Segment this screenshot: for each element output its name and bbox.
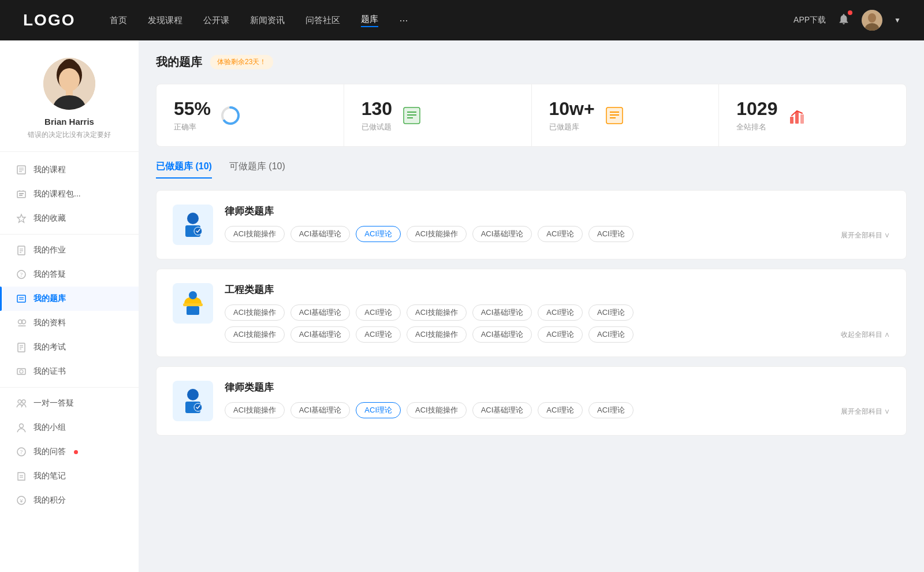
eng-tag-r2-4[interactable]: ACI基础理论 <box>472 326 532 343</box>
eng-tag-r2-5[interactable]: ACI理论 <box>538 326 583 343</box>
eng-tag-1[interactable]: ACI基础理论 <box>290 304 351 321</box>
l2-tag-0[interactable]: ACI技能操作 <box>225 402 285 418</box>
sidebar-item-myqa[interactable]: ? 我的问答 <box>0 440 139 464</box>
nav-questionbank[interactable]: 题库 <box>361 14 378 27</box>
user-dropdown-btn[interactable]: ▼ <box>894 16 901 24</box>
sidebar-divider-1 <box>0 234 139 235</box>
qbank-card-lawyer-2: 律师类题库 ACI技能操作 ACI基础理论 ACI理论 ACI技能操作 ACI基… <box>156 366 907 436</box>
svg-point-38 <box>18 400 21 403</box>
nav-more[interactable]: ··· <box>399 14 408 27</box>
svg-point-40 <box>20 424 24 428</box>
eng-tag-r2-1[interactable]: ACI基础理论 <box>290 326 351 343</box>
qbank-name-engineer: 工程类题库 <box>225 283 890 296</box>
stat-questions-number: 130 <box>362 98 392 120</box>
l2-tag-3[interactable]: ACI技能操作 <box>407 402 467 418</box>
qbank-name-lawyer-1: 律师类题库 <box>225 205 890 218</box>
collapse-btn-engineer[interactable]: 收起全部科目 ∧ <box>841 330 890 340</box>
sidebar-label-courses: 我的课程 <box>33 165 66 175</box>
stat-accuracy: 55% 正确率 <box>157 84 344 146</box>
expand-btn-lawyer-1[interactable]: 展开全部科目 ∨ <box>841 228 890 240</box>
sidebar-item-questionbank[interactable]: 我的题库 <box>0 287 139 311</box>
eng-tag-3[interactable]: ACI技能操作 <box>407 304 467 321</box>
tag-2-active[interactable]: ACI理论 <box>356 226 401 242</box>
tag-4[interactable]: ACI基础理论 <box>472 226 532 242</box>
sidebar-item-courses[interactable]: 我的课程 <box>0 158 139 182</box>
tag-5[interactable]: ACI理论 <box>538 226 583 242</box>
l2-tag-1[interactable]: ACI基础理论 <box>290 402 351 418</box>
svg-text:?: ? <box>20 272 23 278</box>
eng-tag-2[interactable]: ACI理论 <box>356 304 401 321</box>
header: LOGO 首页 发现课程 公开课 新闻资讯 问答社区 题库 ··· APP下载 … <box>0 0 924 40</box>
svg-text:¥: ¥ <box>19 498 23 504</box>
logo: LOGO <box>23 11 75 29</box>
tag-6[interactable]: ACI理论 <box>588 226 634 242</box>
stat-banks: 10w+ 已做题库 <box>532 84 720 146</box>
eng-tag-4[interactable]: ACI基础理论 <box>472 304 532 321</box>
svg-point-70 <box>187 389 199 400</box>
lawyer-icon-1 <box>173 205 213 245</box>
svg-point-49 <box>226 111 235 120</box>
l2-tag-4[interactable]: ACI基础理论 <box>472 402 532 418</box>
eng-tag-r2-3[interactable]: ACI技能操作 <box>407 326 467 343</box>
stat-rank-label: 全站排名 <box>736 122 777 132</box>
nav-opencourse[interactable]: 公开课 <box>203 15 229 26</box>
sidebar-item-notes[interactable]: 我的笔记 <box>0 464 139 488</box>
tag-3[interactable]: ACI技能操作 <box>407 226 467 242</box>
tags-row-engineer-2: ACI技能操作 ACI基础理论 ACI理论 ACI技能操作 ACI基础理论 AC… <box>225 326 890 343</box>
tag-1[interactable]: ACI基础理论 <box>290 226 351 242</box>
rank-icon <box>787 105 807 126</box>
app-download-btn[interactable]: APP下载 <box>793 15 826 25</box>
nav-qa[interactable]: 问答社区 <box>305 15 340 26</box>
svg-point-63 <box>187 213 199 224</box>
eng-tag-5[interactable]: ACI理论 <box>538 304 583 321</box>
page-title-row: 我的题库 体验剩余23天！ <box>156 54 907 70</box>
sidebar-item-groups[interactable]: 我的小组 <box>0 415 139 440</box>
l2-tag-6[interactable]: ACI理论 <box>588 402 634 418</box>
sidebar-label-homework: 我的作业 <box>33 245 66 255</box>
sidebar-item-homework[interactable]: 我的作业 <box>0 238 139 262</box>
user-avatar[interactable] <box>862 10 882 31</box>
svg-point-37 <box>20 370 23 373</box>
qbank-card-lawyer-1: 律师类题库 ACI技能操作 ACI基础理论 ACI理论 ACI技能操作 ACI基… <box>156 190 907 259</box>
sidebar-item-qa[interactable]: ? 我的答疑 <box>0 262 139 287</box>
sidebar-label-groups: 我的小组 <box>33 422 66 433</box>
tab-done[interactable]: 已做题库 (10) <box>156 161 212 179</box>
main-layout: Brian Harris 错误的决定比没有决定要好 我的课程 我的课程包... … <box>0 40 924 572</box>
notification-bell[interactable] <box>837 13 850 28</box>
eng-tag-r2-2[interactable]: ACI理论 <box>356 326 401 343</box>
qbank-card-engineer-content: 工程类题库 ACI技能操作 ACI基础理论 ACI理论 ACI技能操作 ACI基… <box>225 283 890 343</box>
profile-motto: 错误的决定比没有决定要好 <box>12 130 127 140</box>
sidebar-item-materials[interactable]: 我的资料 <box>0 311 139 335</box>
page-title: 我的题库 <box>156 54 202 70</box>
nav-home[interactable]: 首页 <box>110 15 127 26</box>
l2-tag-5[interactable]: ACI理论 <box>538 402 583 418</box>
stat-questions: 130 已做试题 <box>344 84 532 146</box>
eng-tag-r2-6[interactable]: ACI理论 <box>588 326 634 343</box>
qbank-card-lawyer-2-content: 律师类题库 ACI技能操作 ACI基础理论 ACI理论 ACI技能操作 ACI基… <box>225 381 890 418</box>
sidebar-label-qa: 我的答疑 <box>33 269 66 280</box>
eng-tag-0[interactable]: ACI技能操作 <box>225 304 285 321</box>
tab-available[interactable]: 可做题库 (10) <box>229 161 285 179</box>
svg-rect-14 <box>19 195 23 196</box>
eng-tag-6[interactable]: ACI理论 <box>588 304 634 321</box>
svg-point-68 <box>189 291 197 299</box>
l2-tag-2-active[interactable]: ACI理论 <box>356 402 401 418</box>
sidebar-item-points[interactable]: ¥ 我的积分 <box>0 488 139 512</box>
sidebar-item-packages[interactable]: 我的课程包... <box>0 182 139 206</box>
svg-rect-11 <box>17 191 25 198</box>
tag-0[interactable]: ACI技能操作 <box>225 226 285 242</box>
sidebar-item-exams[interactable]: 我的考试 <box>0 335 139 359</box>
svg-rect-67 <box>183 303 203 306</box>
tabs: 已做题库 (10) 可做题库 (10) <box>156 161 907 179</box>
nav-discover[interactable]: 发现课程 <box>148 15 182 26</box>
sidebar-label-points: 我的积分 <box>33 495 66 506</box>
sidebar-item-certificates[interactable]: 我的证书 <box>0 359 139 384</box>
qbank-card-engineer: 工程类题库 ACI技能操作 ACI基础理论 ACI理论 ACI技能操作 ACI基… <box>156 269 907 357</box>
eng-tag-r2-0[interactable]: ACI技能操作 <box>225 326 285 343</box>
sidebar-divider-2 <box>0 387 139 388</box>
sidebar-item-favorites[interactable]: 我的收藏 <box>0 206 139 231</box>
expand-btn-lawyer-2[interactable]: 展开全部科目 ∨ <box>841 404 890 417</box>
sidebar-item-oneonone[interactable]: 一对一答疑 <box>0 391 139 415</box>
main-nav: 首页 发现课程 公开课 新闻资讯 问答社区 题库 ··· <box>110 14 793 27</box>
nav-news[interactable]: 新闻资讯 <box>250 15 285 26</box>
